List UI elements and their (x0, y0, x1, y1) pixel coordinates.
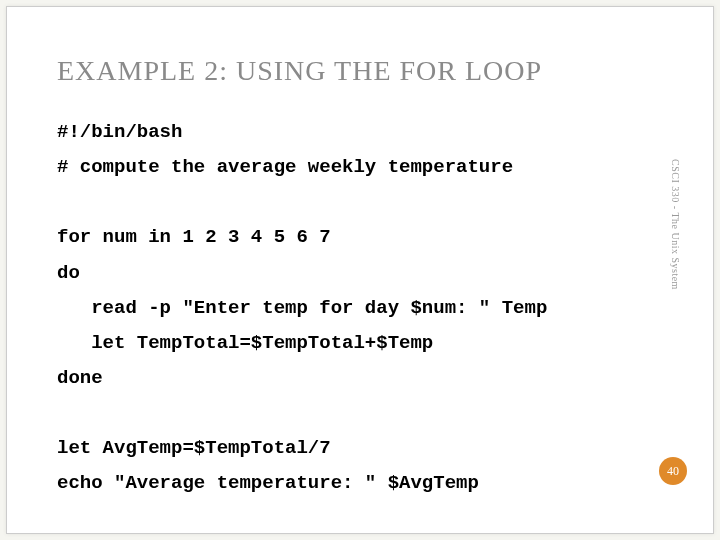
page-number-badge: 40 (659, 457, 687, 485)
course-label: CSCI 330 - The Unix System (670, 159, 681, 290)
code-block: #!/bin/bash # compute the average weekly… (57, 115, 663, 502)
page-number: 40 (667, 464, 679, 479)
slide-title: EXAMPLE 2: USING THE FOR LOOP (57, 55, 663, 87)
slide-container: EXAMPLE 2: USING THE FOR LOOP #!/bin/bas… (6, 6, 714, 534)
